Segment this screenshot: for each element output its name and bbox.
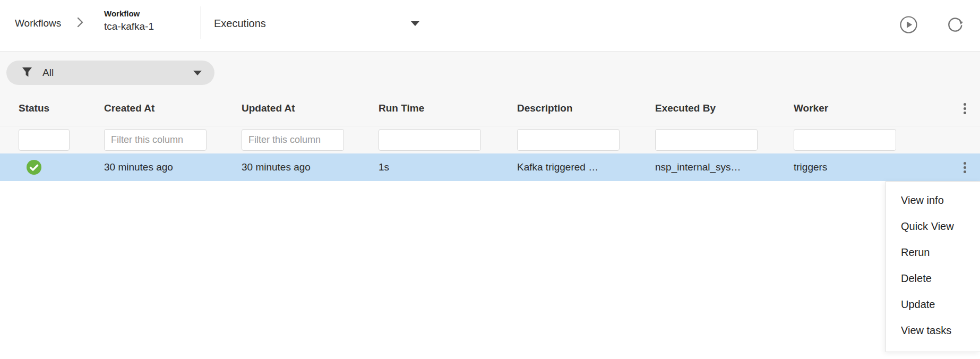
- workflow-name: tca-kafka-1: [104, 20, 154, 33]
- refresh-icon: [947, 16, 964, 35]
- filter-input-status[interactable]: [19, 129, 70, 151]
- filter-input-run-time[interactable]: [379, 129, 481, 151]
- column-header-updated-at[interactable]: Updated At: [242, 90, 295, 126]
- cell-run-time: 1s: [379, 153, 389, 181]
- cell-created-at: 30 minutes ago: [104, 153, 173, 181]
- row-actions-kebab-icon[interactable]: [958, 159, 972, 175]
- filter-input-description[interactable]: [517, 129, 620, 151]
- breadcrumb-current-workflow: Workflow tca-kafka-1: [104, 8, 154, 33]
- breadcrumb-divider: [201, 6, 201, 39]
- chevron-right-icon: [75, 15, 85, 31]
- execute-workflow-button[interactable]: [899, 15, 918, 36]
- success-check-circle-icon: [26, 159, 42, 175]
- column-header-description[interactable]: Description: [517, 90, 573, 126]
- funnel-icon: [21, 66, 33, 80]
- column-options-kebab-icon[interactable]: [958, 100, 972, 116]
- column-header-worker[interactable]: Worker: [794, 90, 828, 126]
- table-filter-row: [0, 126, 980, 153]
- table-header-row: Status Created At Updated At Run Time De…: [0, 90, 980, 126]
- play-circle-icon: [899, 15, 918, 36]
- breadcrumb-workflows-link[interactable]: Workflows: [15, 18, 61, 29]
- cell-updated-at: 30 minutes ago: [242, 153, 311, 181]
- refresh-button[interactable]: [947, 16, 964, 35]
- filter-toolbar: All: [0, 52, 980, 90]
- column-header-executed-by[interactable]: Executed By: [655, 90, 716, 126]
- menu-item-view-tasks[interactable]: View tasks: [886, 318, 980, 344]
- row-context-menu: View info Quick View Rerun Delete Update…: [886, 181, 980, 352]
- filter-input-worker[interactable]: [794, 129, 896, 151]
- chevron-down-icon: [411, 21, 419, 26]
- filter-dropdown[interactable]: All: [6, 61, 214, 85]
- table-row-execution[interactable]: 30 minutes ago 30 minutes ago 1s Kafka t…: [0, 153, 980, 181]
- cell-description: Kafka triggered …: [517, 153, 598, 181]
- cell-executed-by: nsp_internal_sys…: [655, 153, 741, 181]
- chevron-down-icon: [193, 71, 202, 75]
- workflow-executions-screen: Workflows Workflow tca-kafka-1 Execution…: [0, 0, 980, 359]
- cell-worker: triggers: [794, 153, 827, 181]
- menu-item-view-info[interactable]: View info: [886, 187, 980, 213]
- filter-input-executed-by[interactable]: [655, 129, 758, 151]
- column-header-run-time[interactable]: Run Time: [379, 90, 424, 126]
- view-selector-value: Executions: [214, 18, 266, 30]
- top-bar-actions: [899, 15, 964, 36]
- filter-input-created-at[interactable]: [104, 129, 207, 151]
- view-selector-dropdown[interactable]: Executions: [214, 15, 419, 32]
- filter-dropdown-value: All: [42, 67, 184, 79]
- menu-item-delete[interactable]: Delete: [886, 266, 980, 292]
- filter-input-updated-at[interactable]: [242, 129, 344, 151]
- menu-item-rerun[interactable]: Rerun: [886, 240, 980, 266]
- menu-item-update[interactable]: Update: [886, 292, 980, 318]
- column-header-status[interactable]: Status: [19, 90, 49, 126]
- column-header-created-at[interactable]: Created At: [104, 90, 154, 126]
- top-bar: Workflows Workflow tca-kafka-1 Execution…: [0, 0, 980, 52]
- menu-item-quick-view[interactable]: Quick View: [886, 213, 980, 240]
- workflow-context-label: Workflow: [104, 8, 154, 20]
